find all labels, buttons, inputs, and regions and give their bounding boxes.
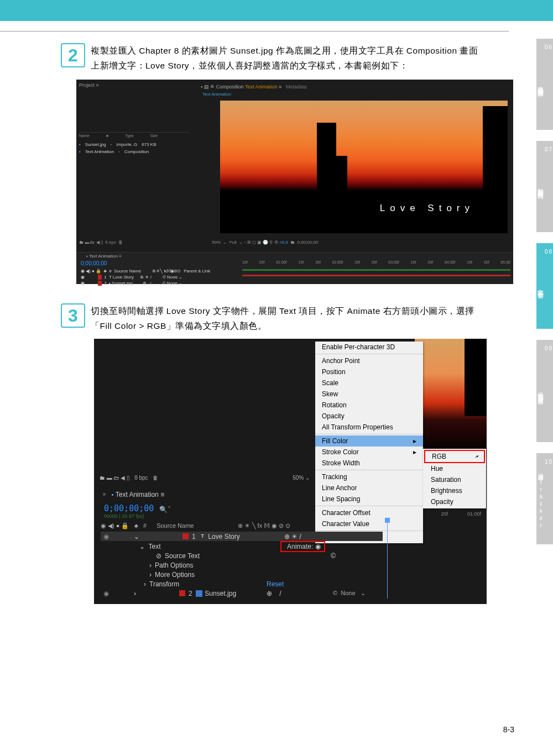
visibility-icon[interactable]: ◉ [101,590,112,597]
menu-item[interactable]: Tracking [315,471,423,482]
animate-context-menu: Enable Per-character 3D Anchor Point Pos… [315,342,423,543]
reset-link[interactable]: Reset [267,580,284,588]
layer-2-row[interactable]: ◉ › 2 Sunset.jpg ⊕ / © None ⌄ [101,589,383,598]
timeline-tab[interactable]: × ▪ Text Animation ≡ [102,491,164,498]
silhouette-building [317,123,336,195]
menu-item[interactable]: Line Spacing [315,494,423,505]
step-3-number: 3 [61,303,85,328]
project-panel-title: Project ≡ [79,82,99,88]
layer-bar-1 [242,269,510,271]
submenu-arrow-icon: ▸ [413,448,416,456]
transform-row[interactable]: ›Transform Reset [101,579,383,589]
switch-column: ⊕ ☀ ╲ fx 𝕄 ◉ ⊘ ⊙ [238,522,290,529]
step-2-number: 2 [61,43,85,67]
text-layer-icon: T [199,533,206,540]
more-options-row[interactable]: ›More Options [101,570,383,579]
file-sunset: Sunset.jpg [85,141,106,148]
menu-item[interactable]: Character Offset [315,507,423,518]
close-icon[interactable]: × [102,491,106,498]
menu-item[interactable]: Opacity [424,496,485,507]
menu-item[interactable]: Opacity [315,411,423,422]
top-teal-bar [0,0,553,21]
silhouette-building [483,106,508,195]
animate-button[interactable]: Animate: ◉ [280,541,325,552]
trash-icon[interactable]: 🗑 [153,475,158,481]
fill-color-submenu: RGB➛ Hue Saturation Brightness Opacity [423,449,486,508]
col-name: Name [79,134,90,138]
menu-item[interactable]: Stroke Color▸ [315,447,423,458]
zoom-dropdown[interactable]: 50% ⌄ [293,475,310,481]
text-property-row: ⌄ Text Animate: ◉ [101,542,383,551]
step-2-block: 2 複製並匯入 Chapter 8 的素材圖片 Sunset.jpg 作為底圖之… [28,43,482,73]
layer-name: Sunset.jpg [205,590,236,597]
screenshot-1-ae-workspace: Project ≡ Name ♣ Type Size ▪ Sunset.jpg … [76,80,513,284]
timeline-ruler: 10f20f01:00f10f20f02:00f10f20f03:00f10f2… [242,260,510,266]
preview-viewport: Love Story [220,101,508,233]
playhead[interactable] [387,521,388,599]
source-text-row: ⊘ Source Text © [101,551,383,560]
menu-item[interactable]: Line Anchor [315,482,423,494]
menu-item[interactable]: Brightness [424,485,485,496]
submenu-arrow-icon: ▸ [413,437,416,445]
layer-1-row[interactable]: ◉ ⌄ 1 T Love Story ⊕ ☀ / [101,532,383,541]
footer-controls: 🖿 ▬ 🗁 ◀ ▯ 8 bpc 🗑 50% ⌄ Full ⌄ ▫ ⊞ ◻ ▣ 🕐… [79,240,510,250]
side-tab-08[interactable]: 08文字動畫 [536,243,553,329]
timeline-ruler: 20f 01:00f [441,511,481,517]
preview-bg [415,339,487,455]
cursor-icon: ➛ [473,452,481,461]
timecode-display[interactable]: 0;00;00;00 [104,503,154,513]
silhouette-building [336,156,347,195]
file-comp-type: Composition [124,148,149,155]
content-area: 2 複製並匯入 Chapter 8 的素材圖片 Sunset.jpg 作為底圖之… [0,43,510,604]
menu-item[interactable]: Skew [315,389,423,400]
screenshot-2-animate-menu: Enable Per-character 3D Anchor Point Pos… [94,339,487,604]
composition-breadcrumb: Text Animation [202,92,231,97]
layer-name: Love Story [208,533,239,540]
path-options-row[interactable]: ›Path Options [101,560,383,570]
timeline-header: ◉ ◀) ● 🔒 ♣ # Source Name ⊕ ☀ ╲ fx 𝕄 ◉ ⊘ … [101,522,383,529]
col-size: Size [150,134,158,138]
chapter-side-tabs: 06基礎動畫操作 07動態圖像技巧 08文字動畫 09子母圖層與遮罩 10追蹤器… [536,39,553,555]
menu-item[interactable]: Enable Per-character 3D [315,342,423,353]
menu-item[interactable]: All Transform Properties [315,422,423,433]
header-rule [0,31,509,32]
menu-item[interactable]: Saturation [424,474,485,485]
menu-item[interactable]: Scale [315,377,423,389]
page-number: 8-3 [503,725,514,734]
menu-item[interactable]: Hue [424,463,485,474]
icon-row: 🖿 ▬ 🗁 ◀ ▯ [100,475,130,481]
step-3-text: 切換至時間軸選擇 Love Story 文字物件，展開 Text 項目，按下 A… [91,306,474,330]
menu-item[interactable]: Position [315,366,423,377]
file-sunset-size: 673 KB [142,141,156,148]
menu-item[interactable]: Stroke Width [315,458,423,469]
step-2-text: 複製並匯入 Chapter 8 的素材圖片 Sunset.jpg 作為底圖之用，… [91,46,478,70]
side-tab-07[interactable]: 07動態圖像技巧 [536,141,553,232]
play-arrow-icon: ◉ [315,543,321,550]
fps-label: 00000 | 29.97 fps) [104,513,144,519]
file-comp: Text Animation [85,148,114,155]
preview-text-love-story: Love Story [380,203,474,214]
col-type: Type [125,134,133,138]
step-3-block: 3 切換至時間軸選擇 Love Story 文字物件，展開 Text 項目，按下… [28,303,482,333]
timeline-panel: ▪ Text Animation ≡ 0;00;00;00 ◉ ◀) ● 🔒 ♣… [76,252,513,284]
bpc-label: 8 bpc [134,475,148,481]
image-layer-icon [196,590,202,597]
footer-toolbar: 🖿 ▬ 🗁 ◀ ▯ 8 bpc 🗑 50% ⌄ [100,471,315,484]
file-sunset-type: Importe..G [117,141,138,148]
search-icon[interactable]: 🔍˅ [159,506,171,513]
side-tab-06[interactable]: 06基礎動畫操作 [536,39,553,130]
layer-bar-2 [242,275,510,276]
menu-item[interactable]: Anchor Point [315,355,423,366]
menu-item[interactable]: Rotation [315,400,423,411]
side-tab-09[interactable]: 09子母圖層與遮罩 [536,340,553,442]
menu-item-rgb[interactable]: RGB➛ [424,450,485,463]
project-panel: Project ≡ Name ♣ Type Size ▪ Sunset.jpg … [79,82,190,154]
composition-tab: ▪ ▤ ≝ Composition Text Animation ≡ Metad… [201,84,306,90]
timecode: 0;00;00;00 [81,260,107,266]
menu-item-fill-color[interactable]: Fill Color▸ [315,435,423,447]
side-tab-10[interactable]: 10追蹤器 Tracker [536,453,553,544]
visibility-icon[interactable]: ◉ [101,533,112,540]
stopwatch-icon[interactable]: ⊘ [156,552,161,560]
